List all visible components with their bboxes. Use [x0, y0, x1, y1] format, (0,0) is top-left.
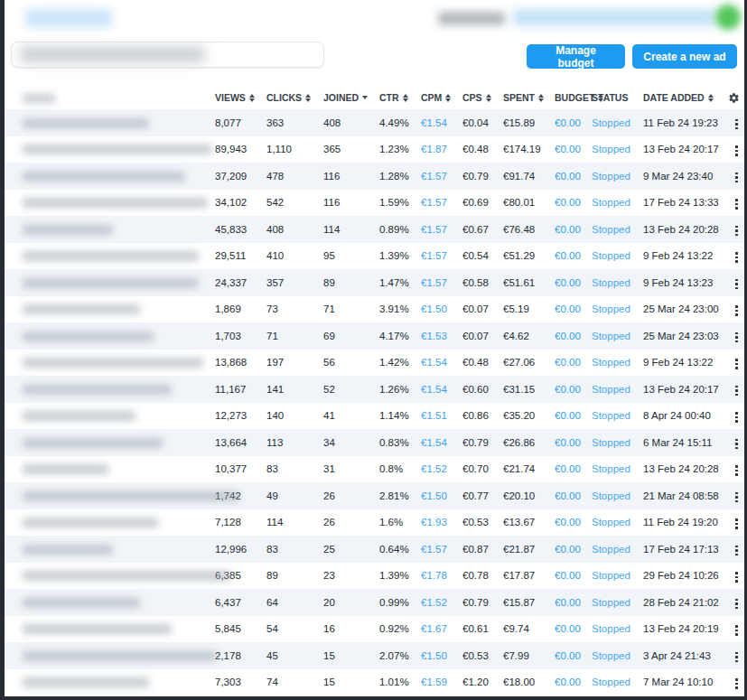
status-badge[interactable]: Stopped [592, 456, 643, 483]
budget-cell[interactable]: €0.00 [555, 322, 592, 350]
budget-cell[interactable]: €0.00 [555, 376, 592, 403]
status-badge[interactable]: Stopped [592, 296, 643, 323]
column-header-clicks[interactable]: CLICKS [266, 86, 323, 109]
kebab-menu-icon[interactable] [730, 515, 743, 533]
status-badge[interactable]: Stopped [592, 429, 643, 456]
redacted-ad-name[interactable] [23, 385, 172, 395]
budget-cell[interactable]: €0.00 [555, 642, 592, 669]
redacted-ad-name[interactable] [23, 118, 149, 128]
status-badge[interactable]: Stopped [592, 482, 643, 509]
redacted-ad-name[interactable] [23, 491, 239, 501]
kebab-menu-icon[interactable] [730, 435, 743, 453]
status-badge[interactable]: Stopped [592, 642, 643, 669]
status-badge[interactable]: Stopped [592, 109, 643, 136]
column-header-joined[interactable]: JOINED [323, 86, 379, 109]
kebab-menu-icon[interactable] [730, 329, 743, 347]
status-badge[interactable]: Stopped [592, 669, 643, 696]
redacted-ad-name[interactable] [23, 464, 108, 474]
gear-icon[interactable] [728, 92, 740, 104]
redacted-logo[interactable] [25, 8, 112, 28]
column-header-cpm[interactable]: CPM [421, 86, 462, 109]
budget-cell[interactable]: €0.00 [555, 509, 592, 537]
redacted-ad-name[interactable] [23, 677, 149, 687]
kebab-menu-icon[interactable] [730, 248, 743, 266]
budget-cell[interactable]: €0.00 [555, 669, 592, 696]
kebab-menu-icon[interactable] [730, 649, 743, 667]
redacted-ad-name[interactable] [23, 545, 113, 555]
status-badge[interactable]: Stopped [592, 190, 643, 217]
budget-cell[interactable]: €0.00 [555, 616, 592, 643]
budget-cell[interactable]: €0.00 [555, 589, 592, 616]
status-badge[interactable]: Stopped [592, 350, 643, 377]
budget-cell[interactable]: €0.00 [555, 243, 592, 270]
kebab-menu-icon[interactable] [730, 489, 743, 507]
manage-budget-button[interactable]: Manage budget [527, 44, 625, 69]
status-badge[interactable]: Stopped [592, 269, 643, 296]
kebab-menu-icon[interactable] [730, 675, 743, 693]
kebab-menu-icon[interactable] [730, 382, 743, 400]
redacted-ad-name[interactable] [23, 411, 135, 421]
budget-cell[interactable]: €0.00 [555, 350, 592, 377]
status-badge[interactable]: Stopped [592, 589, 643, 616]
budget-cell[interactable]: €0.00 [555, 482, 592, 509]
redacted-ad-name[interactable] [23, 278, 199, 288]
redacted-ad-name[interactable] [23, 438, 163, 448]
kebab-menu-icon[interactable] [730, 142, 743, 160]
budget-cell[interactable]: €0.00 [555, 269, 592, 296]
redacted-ad-name[interactable] [23, 198, 208, 208]
budget-cell[interactable]: €0.00 [555, 563, 592, 590]
create-ad-button[interactable]: Create a new ad [632, 44, 737, 69]
kebab-menu-icon[interactable] [730, 275, 743, 294]
status-badge[interactable]: Stopped [592, 509, 643, 537]
budget-cell[interactable]: €0.00 [555, 136, 592, 163]
redacted-ad-name[interactable] [23, 145, 212, 154]
kebab-menu-icon[interactable] [730, 195, 743, 213]
redacted-ad-name[interactable] [23, 358, 203, 368]
redacted-ad-name[interactable] [23, 598, 140, 608]
status-badge[interactable]: Stopped [592, 216, 643, 243]
budget-cell[interactable]: €0.00 [555, 403, 592, 430]
status-badge[interactable]: Stopped [592, 322, 643, 350]
kebab-menu-icon[interactable] [730, 169, 743, 187]
status-badge[interactable]: Stopped [592, 563, 643, 590]
kebab-menu-icon[interactable] [730, 462, 743, 480]
kebab-menu-icon[interactable] [730, 222, 743, 240]
redacted-ad-name[interactable] [23, 651, 217, 661]
status-badge[interactable]: Stopped [592, 403, 643, 430]
budget-cell[interactable]: €0.00 [555, 296, 592, 323]
redacted-ad-name[interactable] [23, 518, 158, 527]
kebab-menu-icon[interactable] [730, 355, 743, 373]
kebab-menu-icon[interactable] [730, 302, 743, 320]
budget-cell[interactable]: €0.00 [555, 216, 592, 243]
redacted-ad-name[interactable] [23, 251, 199, 261]
status-badge[interactable]: Stopped [592, 536, 643, 563]
redacted-ad-name[interactable] [23, 172, 185, 182]
redacted-ad-name[interactable] [23, 624, 172, 634]
kebab-menu-icon[interactable] [730, 542, 743, 560]
status-badge[interactable]: Stopped [592, 136, 643, 163]
budget-cell[interactable]: €0.00 [555, 429, 592, 456]
budget-cell[interactable]: €0.00 [555, 536, 592, 563]
column-header-cps[interactable]: CPS [462, 86, 503, 109]
kebab-menu-icon[interactable] [730, 408, 743, 426]
column-header-budget[interactable]: BUDGET [555, 86, 592, 109]
status-badge[interactable]: Stopped [592, 616, 643, 643]
kebab-menu-icon[interactable] [730, 568, 743, 586]
redacted-ad-name[interactable] [23, 331, 154, 341]
kebab-menu-icon[interactable] [730, 595, 743, 613]
status-badge[interactable]: Stopped [592, 163, 643, 190]
column-header-views[interactable]: VIEWS [215, 86, 266, 109]
budget-cell[interactable]: €0.00 [555, 109, 592, 136]
avatar[interactable] [715, 5, 741, 30]
column-header-spent[interactable]: SPENT [503, 86, 555, 109]
status-badge[interactable]: Stopped [592, 376, 643, 403]
redacted-ad-name[interactable] [23, 225, 113, 235]
kebab-menu-icon[interactable] [730, 621, 743, 639]
budget-cell[interactable]: €0.00 [555, 456, 592, 483]
column-header-date_added[interactable]: DATE ADDED [643, 86, 723, 109]
kebab-menu-icon[interactable] [730, 116, 743, 134]
redacted-user-link[interactable] [513, 9, 715, 26]
status-badge[interactable]: Stopped [592, 243, 643, 270]
column-header-ctr[interactable]: CTR [379, 86, 421, 109]
redacted-ad-name[interactable] [23, 304, 140, 314]
